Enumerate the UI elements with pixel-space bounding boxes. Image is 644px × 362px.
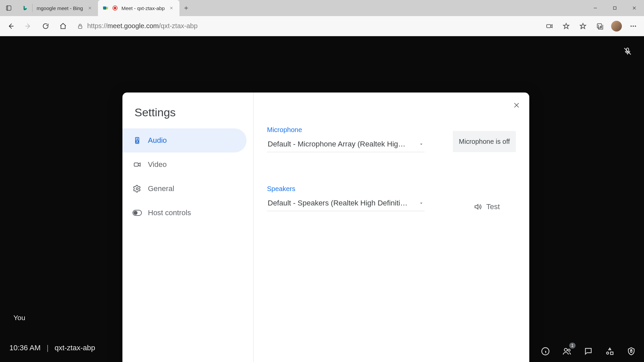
microphone-select[interactable]: Default - Microphone Array (Realtek High… [267,137,425,152]
close-tab-icon[interactable] [168,5,175,11]
bing-favicon-icon [22,5,28,11]
microphone-section-label: Microphone [267,126,425,134]
svg-point-11 [633,25,634,27]
camera-permission-icon[interactable] [542,19,557,34]
browser-titlebar: mgoogle meet - Bing Meet - qxt-ztax-abp [0,0,644,16]
window-controls [586,0,644,16]
test-label: Test [486,202,500,211]
host-controls-button[interactable] [625,345,637,357]
meeting-details-button[interactable] [539,345,551,357]
browser-toolbar: https://meet.google.com/qxt-ztax-abp [0,16,644,36]
mic-muted-overlay-icon [623,47,632,56]
nav-back-button[interactable] [3,19,18,34]
settings-nav-general[interactable]: General [122,177,247,201]
microphone-selected-value: Default - Microphone Array (Realtek High… [268,140,409,148]
nav-forward-button[interactable] [21,19,36,34]
svg-rect-7 [78,26,82,28]
meet-favicon-icon [103,5,109,11]
people-count-badge: 1 [569,343,576,349]
speakers-selected-value: Default - Speakers (Realtek High Definit… [268,199,409,207]
meet-right-controls: 1 [539,345,637,357]
clock-text: 10:36 AM [9,344,41,352]
tab-meet[interactable]: Meet - qxt-ztax-abp [98,0,179,16]
svg-point-25 [136,140,138,142]
volume-icon [474,203,482,211]
recording-indicator-icon [112,5,118,11]
microphone-status: Microphone is off [453,131,516,152]
nav-label: Video [148,160,167,169]
window-maximize-button[interactable] [605,0,625,16]
self-video-label: You [13,314,25,322]
lock-icon [77,23,83,29]
test-speakers-button[interactable]: Test [474,202,516,211]
activities-button[interactable] [604,345,616,357]
svg-point-20 [564,348,567,351]
meet-page: You 10:36 AM | qxt-ztax-abp 1 [0,36,644,362]
toggle-icon [132,208,142,218]
favorite-star-icon[interactable] [559,19,574,34]
collections-icon[interactable] [592,19,607,34]
nav-refresh-button[interactable] [38,19,53,34]
settings-nav-host-controls[interactable]: Host controls [122,201,247,225]
settings-nav-video[interactable]: Video [122,153,247,177]
svg-rect-8 [547,24,551,27]
svg-point-12 [635,25,636,27]
svg-point-29 [134,211,137,215]
chevron-down-icon [419,200,424,206]
nav-label: General [148,184,174,193]
settings-title: Settings [122,103,253,128]
chevron-down-icon [419,141,424,147]
svg-point-27 [136,188,138,190]
svg-rect-3 [103,7,105,8]
settings-sidebar: Settings Audio Video General [122,93,253,362]
meeting-code-text: qxt-ztax-abp [55,344,95,352]
nav-label: Audio [148,136,167,145]
chat-panel-button[interactable] [582,345,594,357]
profile-avatar[interactable] [609,19,624,34]
close-tab-icon[interactable] [87,5,93,11]
speaker-icon [132,136,142,145]
url-text: https://meet.google.com/qxt-ztax-abp [87,22,198,30]
gear-icon [132,184,142,193]
speakers-section-label: Speakers [267,185,425,193]
tab-title: Meet - qxt-ztax-abp [121,5,165,11]
tab-title: mgoogle meet - Bing [37,5,83,11]
tab-bing[interactable]: mgoogle meet - Bing [17,0,98,16]
settings-nav-audio[interactable]: Audio [122,128,247,153]
window-minimize-button[interactable] [586,0,605,16]
meeting-info: 10:36 AM | qxt-ztax-abp [9,344,95,352]
favorites-list-icon[interactable] [576,19,590,34]
nav-home-button[interactable] [56,19,70,34]
svg-point-21 [568,349,570,352]
speakers-select[interactable]: Default - Speakers (Realtek High Definit… [267,196,425,211]
settings-content: Microphone Default - Microphone Array (R… [254,93,529,362]
svg-rect-22 [631,351,632,352]
video-icon [132,160,142,169]
nav-label: Host controls [148,208,191,217]
tab-separator [32,4,33,12]
dialog-close-button[interactable] [510,99,523,112]
new-tab-button[interactable] [179,0,193,16]
browser-menu-button[interactable] [626,19,641,34]
svg-point-24 [137,139,138,139]
divider: | [47,344,49,352]
settings-dialog: Settings Audio Video General [122,93,529,362]
svg-point-10 [631,25,632,27]
people-panel-button[interactable]: 1 [561,345,573,357]
svg-rect-0 [6,6,11,10]
svg-point-5 [114,7,116,9]
window-close-button[interactable] [625,0,644,16]
svg-rect-26 [134,163,138,166]
tab-actions-icon[interactable] [3,2,15,14]
address-bar[interactable]: https://meet.google.com/qxt-ztax-abp [73,19,539,34]
svg-rect-6 [613,7,616,9]
